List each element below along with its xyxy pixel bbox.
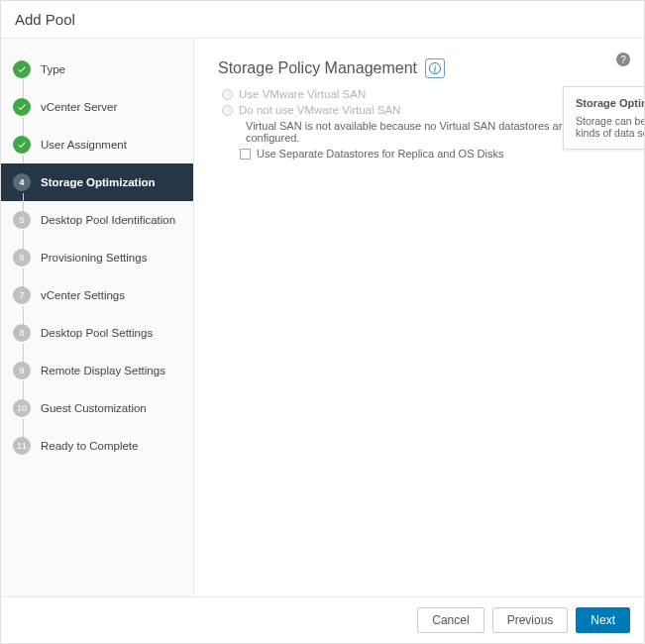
step-label: User Assignment — [41, 139, 127, 151]
step-label: Desktop Pool Identification — [41, 214, 175, 226]
info-icon: i — [429, 62, 441, 74]
step-label: Remote Display Settings — [41, 365, 165, 376]
radio-use-vsan: Use VMware Virtual SAN — [222, 88, 620, 100]
step-number-icon: 10 — [13, 399, 31, 417]
step-label: Storage Optimization — [41, 176, 156, 188]
checkbox-icon — [240, 149, 251, 160]
window-title: Add Pool — [1, 1, 644, 39]
wizard-step-1[interactable]: Type — [1, 51, 193, 88]
step-label: Type — [41, 63, 65, 75]
wizard-step-5: 5Desktop Pool Identification — [1, 201, 193, 239]
wizard-step-10: 10Guest Customization — [1, 389, 193, 427]
previous-button[interactable]: Previous — [492, 607, 569, 633]
storage-options-group: Use VMware Virtual SAN Do not use VMware… — [222, 88, 620, 160]
wizard-step-4[interactable]: 4Storage Optimization — [1, 163, 193, 201]
step-label: vCenter Server — [41, 101, 117, 113]
tooltip-body: Storage can be optimized by storing diff… — [576, 115, 644, 139]
radio-label: Use VMware Virtual SAN — [239, 88, 366, 100]
step-label: Provisioning Settings — [41, 252, 147, 264]
step-number-icon: 5 — [13, 211, 31, 229]
step-label: Guest Customization — [41, 402, 147, 414]
next-button[interactable]: Next — [576, 607, 630, 633]
step-label: Desktop Pool Settings — [41, 327, 153, 339]
cancel-button[interactable]: Cancel — [417, 607, 484, 633]
wizard-body: TypevCenter ServerUser Assignment4Storag… — [1, 39, 644, 596]
help-icon[interactable]: ? — [616, 53, 630, 66]
check-icon — [13, 60, 31, 78]
radio-no-vsan: Do not use VMware Virtual SAN — [222, 104, 620, 116]
step-label: Ready to Complete — [41, 440, 138, 452]
step-number-icon: 4 — [13, 173, 31, 191]
wizard-step-6: 6Provisioning Settings — [1, 239, 193, 276]
wizard-footer: Cancel Previous Next — [1, 596, 644, 643]
checkbox-label: Use Separate Datastores for Replica and … — [257, 148, 503, 160]
step-label: vCenter Settings — [41, 289, 125, 301]
wizard-step-8: 8Desktop Pool Settings — [1, 314, 193, 352]
wizard-step-11: 11Ready to Complete — [1, 427, 193, 465]
wizard-step-7: 7vCenter Settings — [1, 276, 193, 314]
tooltip-title: Storage Optimization — [576, 97, 644, 109]
wizard-step-3[interactable]: User Assignment — [1, 126, 193, 163]
radio-icon — [222, 89, 233, 100]
info-button[interactable]: i — [425, 58, 445, 78]
step-number-icon: 11 — [13, 437, 31, 455]
step-number-icon: 9 — [13, 362, 31, 379]
radio-label: Do not use VMware Virtual SAN — [239, 104, 400, 116]
wizard-content: ? Storage Policy Management i Use VMware… — [194, 39, 644, 596]
add-pool-wizard: Add Pool TypevCenter ServerUser Assignme… — [0, 0, 645, 644]
step-number-icon: 8 — [13, 324, 31, 342]
wizard-step-9: 9Remote Display Settings — [1, 352, 193, 389]
radio-icon — [222, 105, 233, 116]
check-icon — [13, 136, 31, 154]
heading-row: Storage Policy Management i — [218, 58, 620, 78]
step-number-icon: 6 — [13, 249, 31, 267]
step-number-icon: 7 — [13, 286, 31, 304]
info-tooltip: × Storage Optimization Storage can be op… — [563, 86, 644, 150]
wizard-step-2[interactable]: vCenter Server — [1, 88, 193, 126]
check-icon — [13, 98, 31, 116]
wizard-steps-sidebar: TypevCenter ServerUser Assignment4Storag… — [1, 39, 194, 596]
page-heading: Storage Policy Management — [218, 59, 417, 77]
